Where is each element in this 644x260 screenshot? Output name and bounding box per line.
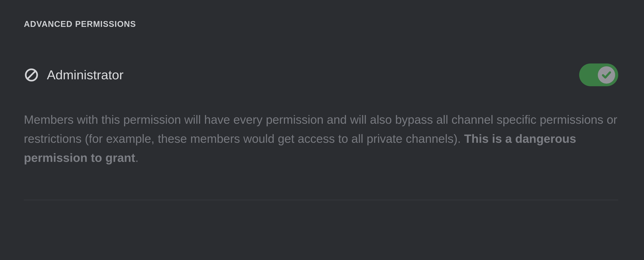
permission-description: Members with this permission will have e… (24, 110, 618, 167)
permission-row: Administrator (24, 63, 618, 86)
permission-title: Administrator (47, 67, 124, 82)
permission-item-administrator: Administrator Members with this permissi… (24, 63, 618, 200)
administrator-toggle[interactable] (579, 63, 618, 86)
check-icon (601, 69, 612, 81)
divider (24, 200, 618, 200)
description-text-end: . (135, 151, 138, 164)
prohibit-icon (24, 67, 39, 83)
section-header: Advanced Permissions (24, 19, 620, 29)
permission-title-group: Administrator (24, 67, 124, 83)
svg-line-1 (27, 71, 35, 79)
toggle-knob (598, 66, 615, 84)
